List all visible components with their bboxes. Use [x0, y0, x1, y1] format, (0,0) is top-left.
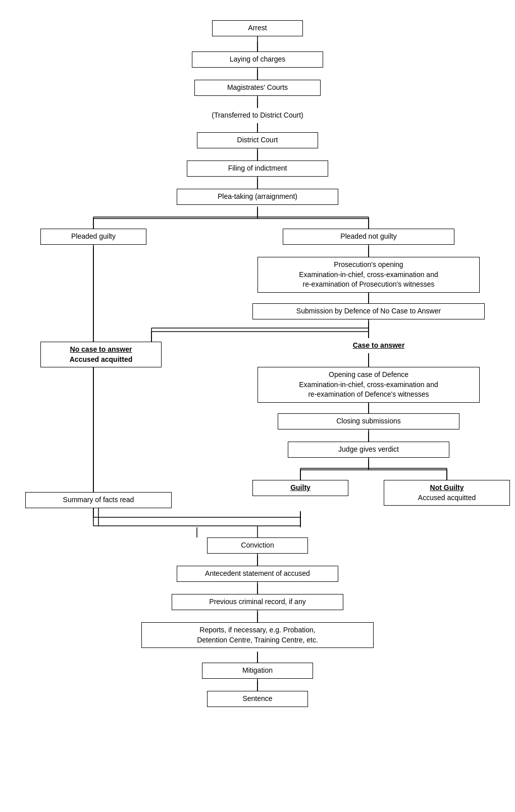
arrest-box: Arrest	[212, 20, 303, 36]
pleaded-not-guilty-box: Pleaded not guilty	[283, 229, 454, 245]
judge-verdict-box: Judge gives verdict	[288, 442, 449, 458]
guilty-text: Guilty	[290, 483, 311, 492]
closing-submissions-box: Closing submissions	[278, 413, 459, 429]
reports-box: Reports, if necessary, e.g. Probation, D…	[141, 622, 374, 648]
not-guilty-text: Not Guilty	[430, 483, 464, 492]
conviction-box: Conviction	[207, 537, 308, 554]
plea-taking-box: Plea-taking (arraignment)	[177, 189, 338, 205]
sentence-box: Sentence	[207, 691, 308, 707]
district-court-box: District Court	[197, 132, 318, 148]
not-guilty-box: Not Guilty Accused acquitted	[384, 480, 510, 506]
laying-charges-box: Laying of charges	[192, 51, 323, 68]
no-case-acquitted: Accused acquitted	[70, 355, 132, 363]
pleaded-guilty-box: Pleaded guilty	[40, 229, 146, 245]
not-guilty-acquitted: Accused acquitted	[418, 494, 476, 502]
antecedent-box: Antecedent statement of accused	[177, 566, 338, 582]
transferred-label: (Transferred to District Court)	[172, 108, 343, 123]
no-case-box: No case to answer Accused acquitted	[40, 342, 162, 367]
submission-defence-box: Submission by Defence of No Case to Answ…	[252, 303, 485, 319]
summary-facts-box: Summary of facts read	[25, 492, 172, 508]
magistrates-box: Magistrates' Courts	[194, 80, 321, 96]
case-to-answer-text: Case to answer	[353, 341, 405, 349]
filing-indictment-box: Filing of indictment	[187, 160, 328, 177]
case-to-answer-label: Case to answer	[328, 338, 429, 353]
criminal-record-box: Previous criminal record, if any	[172, 594, 343, 610]
guilty-box: Guilty	[252, 480, 348, 496]
prosecution-opening-box: Prosecution's opening Examination-in-chi…	[258, 257, 480, 293]
opening-defence-box: Opening case of Defence Examination-in-c…	[258, 367, 480, 403]
mitigation-box: Mitigation	[202, 663, 313, 679]
no-case-label: No case to answer	[70, 345, 132, 353]
flowchart: Arrest Laying of charges Magistrates' Co…	[15, 10, 500, 807]
